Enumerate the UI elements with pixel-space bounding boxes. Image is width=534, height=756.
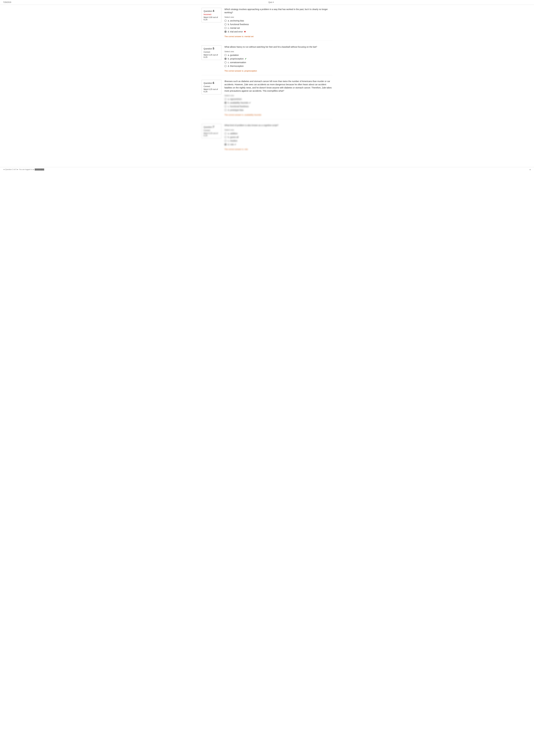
radio-6b xyxy=(224,102,227,104)
footer-right[interactable]: ▲ xyxy=(529,169,531,170)
radio-7a xyxy=(224,132,227,135)
option-text-4d: d. trial and error xyxy=(228,30,243,33)
radio-7d xyxy=(224,143,227,146)
correct-icon-5b: ✔ xyxy=(245,58,247,60)
question-block-5: Question 5 Correct Mark 6.25 out of 6.25… xyxy=(202,45,332,75)
correct-answer-4: The correct answer is: mental set xyxy=(224,35,332,38)
radio-6d xyxy=(224,109,227,111)
wrong-icon-4d: ✖ xyxy=(244,30,246,33)
option-text-6d: d. prototype bias xyxy=(228,109,243,111)
question-sidebar-6: Question 6 Correct Mark 6.25 out of 6.25 xyxy=(202,80,221,94)
question-block-4: Question 4 Incorrect Mark 0.00 out of 6.… xyxy=(202,8,332,41)
radio-4c xyxy=(224,27,227,29)
question-text-7: What kind of problem is also known as a … xyxy=(224,124,332,127)
select-label-6: Select one: xyxy=(224,94,332,97)
option-7b: b. guess all xyxy=(224,136,332,138)
question-body-6: Illnesses such as diabetes and stomach c… xyxy=(224,80,332,116)
page-header: 7/26/2019 Quiz 4 xyxy=(0,0,534,5)
radio-5d xyxy=(224,65,227,67)
option-6b: b. availability heuristic ✔ xyxy=(224,101,332,104)
option-text-5a: a. gustation xyxy=(228,54,239,56)
select-label-7: Select one: xyxy=(224,129,332,131)
option-text-7c: c. intuition xyxy=(228,140,237,142)
question-sidebar-7: Question 7 Correct Mark 6.25 out of 6.25 xyxy=(202,124,221,138)
options-list-5: a. gustation b. proprioception ✔ c. soma… xyxy=(224,54,332,67)
option-text-6b: b. availability heuristic ✔ xyxy=(228,101,251,104)
option-text-4a: a. anchoring bias xyxy=(228,19,244,22)
header-date: 7/26/2019 xyxy=(3,1,11,3)
question-text-6: Illnesses such as diabetes and stomach c… xyxy=(224,80,332,93)
radio-4d xyxy=(224,31,227,33)
question-number-6: Question 6 xyxy=(204,81,219,85)
question-status-5: Correct xyxy=(204,51,219,53)
option-text-7a: a. addition xyxy=(228,132,238,135)
question-number-7: Question 7 xyxy=(204,125,219,129)
radio-4a xyxy=(224,20,227,22)
select-label-4: Select one: xyxy=(224,16,332,18)
option-text-4b: b. functional fixedness xyxy=(228,23,249,26)
option-text-7d: d. rote ✔ xyxy=(228,143,236,146)
question-block-6: Question 6 Correct Mark 6.25 out of 6.25… xyxy=(202,80,332,119)
question-status-6: Correct xyxy=(204,85,219,88)
option-text-6c: c. functional fixedness xyxy=(228,105,249,108)
option-6c: c. functional fixedness xyxy=(224,105,332,108)
option-4b[interactable]: b. functional fixedness xyxy=(224,23,332,26)
options-list-4: a. anchoring bias b. functional fixednes… xyxy=(224,19,332,33)
question-number-4: Question 4 xyxy=(204,10,219,13)
option-text-4c: c. mental set xyxy=(228,27,240,29)
option-7c: c. intuition xyxy=(224,140,332,142)
radio-5b xyxy=(224,58,227,60)
radio-7c xyxy=(224,140,227,142)
correct-answer-7: The correct answer is: rote xyxy=(224,148,332,150)
radio-6a xyxy=(224,98,227,100)
question-block-7: Question 7 Correct Mark 6.25 out of 6.25… xyxy=(202,124,332,153)
question-text-5: What allows Nancy to run without watchin… xyxy=(224,45,332,48)
options-list-7: a. addition b. guess all c. intuition d.… xyxy=(224,132,332,146)
option-text-5c: c. somatosensation xyxy=(228,61,246,64)
correct-answer-6: The correct answer is: availability heur… xyxy=(224,114,332,116)
option-text-5d: d. thermoception xyxy=(228,65,243,67)
option-text-6a: a. egocentrism xyxy=(228,98,242,100)
radio-5c xyxy=(224,61,227,64)
question-body-4: Which strategy involves approaching a pr… xyxy=(224,8,332,38)
option-7d: d. rote ✔ xyxy=(224,143,332,146)
option-5a[interactable]: a. gustation xyxy=(224,54,332,56)
option-5c[interactable]: c. somatosensation xyxy=(224,61,332,64)
option-6d: d. prototype bias xyxy=(224,109,332,111)
question-body-7: What kind of problem is also known as a … xyxy=(224,124,332,150)
option-5d[interactable]: d. thermoception xyxy=(224,65,332,67)
main-content: Question 4 Incorrect Mark 0.00 out of 6.… xyxy=(199,5,335,161)
radio-6c xyxy=(224,105,227,107)
radio-7b xyxy=(224,136,227,138)
question-mark-4: Mark 0.00 out of 6.25 xyxy=(204,16,219,21)
option-text-5b: b. proprioception xyxy=(228,58,243,60)
option-text-7b: b. guess all xyxy=(228,136,239,138)
question-mark-7: Mark 6.25 out of 6.25 xyxy=(204,132,219,137)
question-mark-5: Mark 6.25 out of 6.25 xyxy=(204,54,219,58)
question-number-5: Question 5 xyxy=(204,47,219,50)
select-label-5: Select one: xyxy=(224,50,332,53)
option-7a: a. addition xyxy=(224,132,332,135)
page-footer: ◄ Question 3 of 8 ► You are logged in as… xyxy=(0,167,534,172)
quiz-title: Quiz 4 xyxy=(11,1,531,3)
radio-5a xyxy=(224,54,227,56)
question-body-5: What allows Nancy to run without watchin… xyxy=(224,45,332,72)
option-4d[interactable]: d. trial and error ✖ xyxy=(224,30,332,33)
question-status-7: Correct xyxy=(204,129,219,131)
question-sidebar-5: Question 5 Correct Mark 6.25 out of 6.25 xyxy=(202,45,221,60)
options-list-6: a. egocentrism b. availability heuristic… xyxy=(224,98,332,111)
option-4c[interactable]: c. mental set xyxy=(224,27,332,29)
question-text-4: Which strategy involves approaching a pr… xyxy=(224,8,332,14)
option-6a: a. egocentrism xyxy=(224,98,332,100)
question-status-4: Incorrect xyxy=(204,13,219,15)
question-mark-6: Mark 6.25 out of 6.25 xyxy=(204,88,219,93)
radio-4b xyxy=(224,23,227,25)
correct-answer-5: The correct answer is: proprioception xyxy=(224,70,332,72)
question-sidebar-4: Question 4 Incorrect Mark 0.00 out of 6.… xyxy=(202,8,221,22)
option-4a[interactable]: a. anchoring bias xyxy=(224,19,332,22)
option-5b[interactable]: b. proprioception ✔ xyxy=(224,58,332,60)
footer-left: ◄ Question 3 of 8 ► You are logged in as… xyxy=(3,169,44,170)
